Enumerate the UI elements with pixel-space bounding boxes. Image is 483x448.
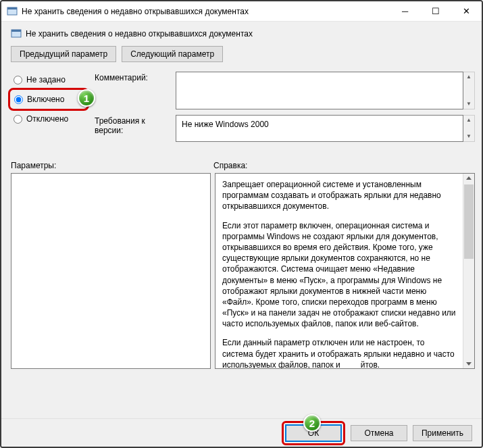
footer: ОК Отмена Применить [1, 418, 482, 447]
minimize-button[interactable]: ─ [390, 1, 420, 21]
version-scrollbar[interactable]: ▲▼ [463, 115, 475, 142]
parameters-label: Параметры: [11, 161, 213, 170]
highlight-enabled: Включено [8, 88, 89, 111]
version-row: Требования к версии: Не ниже Windows 200… [95, 115, 475, 142]
annotation-badge-1: 1 [78, 89, 95, 107]
apply-button[interactable]: Применить [413, 425, 472, 441]
comment-input[interactable] [176, 72, 463, 109]
radio-not-configured[interactable]: Не задано [12, 74, 89, 86]
nav-buttons: Предыдущий параметр Следующий параметр [8, 46, 475, 62]
prev-setting-button[interactable]: Предыдущий параметр [11, 46, 116, 62]
annotation-badge-2: 2 [303, 414, 321, 432]
help-scrollbar[interactable] [463, 174, 474, 368]
version-label: Требования к версии: [95, 115, 176, 135]
maximize-button[interactable]: ☐ [420, 1, 451, 21]
radio-not-configured-label: Не задано [26, 75, 66, 84]
content-area: Не хранить сведения о недавно открывавши… [1, 22, 482, 418]
window-controls: ─ ☐ ✕ [390, 1, 482, 21]
parameters-panel [11, 173, 211, 369]
radio-enabled-label: Включено [27, 95, 64, 104]
panels: Запрещает операционной системе и установ… [8, 173, 475, 369]
help-p1: Запрещает операционной системе и установ… [222, 179, 456, 212]
comment-wrap: ▲▼ [176, 72, 475, 109]
mid-column: Комментарий: ▲▼ Требования к версии: Не … [89, 72, 475, 147]
next-setting-button[interactable]: Следующий параметр [122, 46, 223, 62]
titlebar: Не хранить сведения о недавно открывавши… [1, 1, 482, 22]
help-p2: Если этот параметр включен, операционная… [222, 220, 456, 330]
window-title: Не хранить сведения о недавно открывавши… [22, 7, 390, 16]
radio-enabled-input[interactable] [14, 95, 23, 104]
comment-label: Комментарий: [95, 72, 176, 82]
subtitle-row: Не хранить сведения о недавно открывавши… [8, 27, 475, 46]
policy-icon [11, 28, 22, 39]
svg-rect-1 [7, 7, 17, 9]
comment-row: Комментарий: ▲▼ [95, 72, 475, 109]
help-panel-wrap: Запрещает операционной системе и установ… [215, 173, 475, 369]
section-labels: Параметры: Справка: [8, 161, 475, 170]
help-panel: Запрещает операционной системе и установ… [215, 174, 463, 368]
radio-disabled-label: Отключено [26, 114, 68, 124]
settings-row: Не задано Включено Отключено Комментарий… [8, 72, 475, 147]
radio-disabled[interactable]: Отключено [12, 113, 89, 125]
close-button[interactable]: ✕ [451, 1, 482, 21]
comment-scrollbar[interactable]: ▲▼ [463, 72, 475, 109]
svg-rect-3 [11, 30, 21, 32]
radio-not-configured-input[interactable] [14, 76, 22, 84]
app-icon [7, 6, 18, 17]
policy-subtitle: Не хранить сведения о недавно открывавши… [26, 29, 253, 39]
help-label: Справка: [213, 161, 247, 170]
version-wrap: Не ниже Windows 2000 ▲▼ [176, 115, 475, 142]
help-p3: Если данный параметр отключен или не нас… [222, 337, 456, 368]
radio-group: Не задано Включено Отключено [8, 72, 89, 127]
radio-disabled-input[interactable] [14, 115, 22, 124]
radio-enabled[interactable]: Включено [13, 93, 84, 105]
cancel-button[interactable]: Отмена [351, 425, 407, 441]
version-value: Не ниже Windows 2000 [176, 115, 463, 142]
